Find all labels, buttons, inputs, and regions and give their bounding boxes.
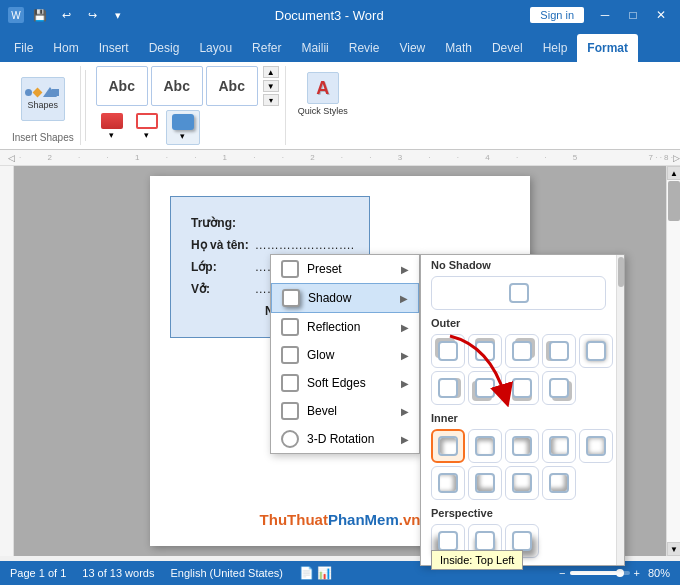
zoom-out-button[interactable]: −: [559, 567, 565, 579]
preset-preview: [281, 260, 299, 278]
shadow-arrow-icon: ▶: [400, 293, 408, 304]
ruler: ◁ · 2 · · 1 · · 1 · · 2 · · 3 · · 4 · · …: [0, 150, 680, 166]
scroll-down-button[interactable]: ▼: [667, 542, 680, 556]
inner-br-preview: [549, 473, 569, 493]
inner-t[interactable]: [468, 429, 502, 463]
quick-styles-button[interactable]: A Quick Styles: [292, 68, 354, 120]
menu-item-shadow[interactable]: Shadow ▶: [271, 283, 419, 313]
inner-bl-preview: [475, 473, 495, 493]
inner-center[interactable]: [579, 429, 613, 463]
outer-tr[interactable]: [505, 334, 539, 368]
shape-style-3[interactable]: Abc: [206, 66, 258, 106]
style-scroll-up[interactable]: ▲: [263, 66, 279, 78]
shadow-panel-scroll-thumb: [618, 257, 624, 287]
title-bar-right: Sign in ─ □ ✕: [530, 4, 672, 26]
fill-button[interactable]: ▾: [96, 110, 128, 145]
outer-br[interactable]: [542, 371, 576, 405]
tab-home[interactable]: Hom: [43, 34, 88, 62]
outer-center[interactable]: [579, 334, 613, 368]
inner-tr[interactable]: [505, 429, 539, 463]
minimize-button[interactable]: ─: [594, 4, 616, 26]
inner-b[interactable]: [505, 466, 539, 500]
outline-button[interactable]: ▾: [131, 110, 163, 145]
persp-1-preview: [438, 531, 458, 551]
shape-style-1[interactable]: Abc: [96, 66, 148, 106]
inner-r[interactable]: [431, 466, 465, 500]
menu-item-soft-edges[interactable]: Soft Edges ▶: [271, 369, 419, 397]
left-ruler: [0, 166, 14, 556]
zoom-in-button[interactable]: +: [634, 567, 640, 579]
menu-item-preset[interactable]: Preset ▶: [271, 255, 419, 283]
persp-1[interactable]: [431, 524, 465, 558]
outer-l[interactable]: [542, 334, 576, 368]
effects-button[interactable]: ▾: [166, 110, 200, 145]
zoom-level: 80%: [648, 567, 670, 579]
scroll-up-button[interactable]: ▲: [667, 166, 680, 180]
menu-item-reflection[interactable]: Reflection ▶: [271, 313, 419, 341]
no-shadow-grid: [421, 273, 624, 313]
outer-r[interactable]: [431, 371, 465, 405]
label-lop: Lớp:: [189, 257, 251, 277]
shadow-preview: [282, 289, 300, 307]
bevel-preview: [281, 402, 299, 420]
shapes-button[interactable]: Shapes: [21, 77, 65, 121]
inner-center-preview: [586, 436, 606, 456]
tab-math[interactable]: Math: [435, 34, 482, 62]
reflection-arrow-icon: ▶: [401, 322, 409, 333]
signin-button[interactable]: Sign in: [530, 7, 584, 23]
no-shadow-cell[interactable]: [431, 276, 606, 310]
tab-developer[interactable]: Devel: [482, 34, 533, 62]
inner-bl[interactable]: [468, 466, 502, 500]
close-button[interactable]: ✕: [650, 4, 672, 26]
soft-edges-arrow-icon: ▶: [401, 378, 409, 389]
tab-view[interactable]: View: [389, 34, 435, 62]
undo-button[interactable]: ↩: [56, 5, 76, 25]
maximize-button[interactable]: □: [622, 4, 644, 26]
tab-help[interactable]: Help: [533, 34, 578, 62]
menu-item-bevel[interactable]: Bevel ▶: [271, 397, 419, 425]
save-button[interactable]: 💾: [30, 5, 50, 25]
tab-review[interactable]: Revie: [339, 34, 390, 62]
separator-1: [85, 70, 86, 141]
style-dropdown[interactable]: ▾: [263, 94, 279, 106]
inner-tl[interactable]: [431, 429, 465, 463]
persp-3[interactable]: [505, 524, 539, 558]
outer-b[interactable]: [505, 371, 539, 405]
menu-item-3d-rotation[interactable]: 3-D Rotation ▶: [271, 425, 419, 453]
tab-file[interactable]: File: [4, 34, 43, 62]
table-row: Trường:: [189, 213, 356, 233]
inner-b-preview: [512, 473, 532, 493]
ribbon-tabs: File Hom Insert Desig Layou Refer Mailii…: [0, 30, 680, 62]
customize-button[interactable]: ▾: [108, 5, 128, 25]
outer-tl[interactable]: [431, 334, 465, 368]
right-scrollbar: ▲ ▼: [666, 166, 680, 556]
no-shadow-label: No Shadow: [421, 255, 624, 273]
persp-2[interactable]: [468, 524, 502, 558]
zoom-bar[interactable]: [570, 571, 630, 575]
shape-style-buttons: Abc Abc Abc ▲ ▼ ▾ ▾ ▾: [96, 66, 279, 145]
tab-layout[interactable]: Layou: [189, 34, 242, 62]
title-bar-left: W 💾 ↩ ↪ ▾: [8, 5, 128, 25]
soft-edges-label: Soft Edges: [307, 376, 366, 390]
outer-t[interactable]: [468, 334, 502, 368]
tab-design[interactable]: Desig: [139, 34, 190, 62]
label-name: Họ và tên:: [189, 235, 251, 255]
scroll-thumb[interactable]: [668, 181, 680, 221]
inner-l[interactable]: [542, 429, 576, 463]
shape-style-2[interactable]: Abc: [151, 66, 203, 106]
outer-b-preview: [512, 378, 532, 398]
outer-bl[interactable]: [468, 371, 502, 405]
shadow-panel-scrollbar[interactable]: [616, 255, 624, 565]
tab-mailings[interactable]: Mailii: [291, 34, 338, 62]
quick-styles-group: A Quick Styles: [288, 66, 358, 145]
inner-br[interactable]: [542, 466, 576, 500]
menu-item-glow[interactable]: Glow ▶: [271, 341, 419, 369]
redo-button[interactable]: ↪: [82, 5, 102, 25]
tab-insert[interactable]: Insert: [89, 34, 139, 62]
label-vo: Vở:: [189, 279, 251, 299]
tab-references[interactable]: Refer: [242, 34, 291, 62]
outer-r-preview: [438, 378, 458, 398]
tab-format[interactable]: Format: [577, 34, 638, 62]
style-scroll-down[interactable]: ▼: [263, 80, 279, 92]
ribbon-content: Shapes Insert Shapes Abc Abc Abc ▲ ▼ ▾: [0, 62, 680, 150]
